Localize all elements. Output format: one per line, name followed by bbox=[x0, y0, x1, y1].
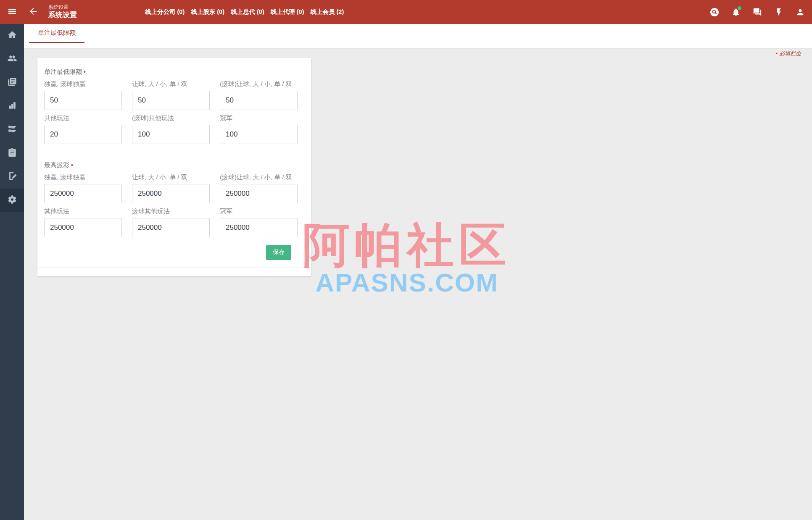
task-list-icon bbox=[8, 124, 17, 135]
sidebar bbox=[0, 24, 24, 520]
min-other-input[interactable] bbox=[44, 125, 122, 144]
users-icon bbox=[8, 54, 17, 65]
field-other-plays: 其他玩法 bbox=[44, 114, 122, 144]
watermark-chinese-text: 阿帕社区 bbox=[303, 222, 511, 269]
required-fields-note: •必填栏位 bbox=[775, 50, 801, 58]
documents-icon bbox=[8, 77, 17, 88]
bar-chart-icon bbox=[8, 101, 17, 112]
header-nav: 线上分公司 (0) 线上股东 (0) 线上总代 (0) 线上代理 (0) 线上会… bbox=[145, 0, 344, 24]
limits-form-card: 单注最低限额• 独赢, 滚球独赢 让球, 大 / 小, 单 / 双 (滚球)让球… bbox=[37, 58, 311, 276]
section-title-max-payout: 最高派彩• bbox=[44, 161, 304, 169]
header-icon-group bbox=[709, 0, 805, 24]
page-title: 系统设置 bbox=[48, 11, 77, 19]
field-live-other-plays: (滚球)其他玩法 bbox=[132, 114, 210, 144]
field-handicap-ou-oe: 让球, 大 / 小, 单 / 双 bbox=[132, 173, 210, 203]
sidebar-item-users[interactable] bbox=[0, 47, 24, 71]
search-icon[interactable] bbox=[709, 7, 720, 17]
min-live-other-input[interactable] bbox=[132, 125, 210, 144]
sidebar-item-file-edit[interactable] bbox=[0, 165, 24, 189]
hamburger-icon bbox=[7, 6, 17, 18]
back-button[interactable] bbox=[24, 0, 42, 24]
header-titles: 系统设置 系统设置 bbox=[48, 4, 77, 19]
notification-dot bbox=[738, 6, 741, 10]
field-label: 其他玩法 bbox=[44, 207, 122, 215]
sidebar-item-clipboard[interactable] bbox=[0, 142, 24, 165]
field-label: (滚球)其他玩法 bbox=[132, 114, 210, 122]
required-dot: • bbox=[775, 50, 778, 57]
field-live-handicap-ou-oe: (滚球)让球, 大 / 小, 单 / 双 bbox=[220, 173, 298, 203]
field-live-handicap-ou-oe: (滚球)让球, 大 / 小, 单 / 双 bbox=[220, 80, 298, 110]
field-label: 独赢, 滚球独赢 bbox=[44, 80, 122, 88]
field-live-other-plays: 滚球其他玩法 bbox=[132, 207, 210, 237]
section-title-text: 单注最低限额 bbox=[44, 68, 82, 75]
field-label: 让球, 大 / 小, 单 / 双 bbox=[132, 80, 210, 88]
min-bet-grid: 独赢, 滚球独赢 让球, 大 / 小, 单 / 双 (滚球)让球, 大 / 小,… bbox=[44, 80, 304, 144]
clipboard-icon bbox=[8, 148, 17, 159]
sidebar-item-documents[interactable] bbox=[0, 71, 24, 95]
button-row: 保存 bbox=[44, 245, 298, 260]
field-win-live-win: 独赢, 滚球独赢 bbox=[44, 80, 122, 110]
save-button[interactable]: 保存 bbox=[266, 245, 291, 260]
nav-online-shareholder[interactable]: 线上股东 (0) bbox=[191, 8, 224, 16]
max-live-other-input[interactable] bbox=[132, 218, 210, 237]
watermark: 阿帕社区 APASNS.COM bbox=[303, 222, 511, 296]
quick-actions-bolt-icon[interactable] bbox=[774, 7, 784, 17]
max-win-input[interactable] bbox=[44, 184, 122, 203]
max-handicap-input[interactable] bbox=[132, 184, 210, 203]
nav-online-agent[interactable]: 线上代理 (0) bbox=[271, 8, 304, 16]
required-dot: • bbox=[71, 162, 73, 168]
field-label: (滚球)让球, 大 / 小, 单 / 双 bbox=[220, 80, 298, 88]
section-title-min-bet: 单注最低限额• bbox=[44, 68, 304, 76]
user-icon[interactable] bbox=[795, 7, 805, 17]
sidebar-item-settings[interactable] bbox=[0, 189, 24, 212]
sidebar-item-home[interactable] bbox=[0, 24, 24, 47]
max-live-handicap-input[interactable] bbox=[220, 184, 298, 203]
tab-min-bet-limit[interactable]: 单注最低限额 bbox=[29, 24, 84, 43]
section-divider bbox=[37, 151, 311, 151]
min-champion-input[interactable] bbox=[220, 125, 298, 144]
tab-label: 单注最低限额 bbox=[38, 29, 76, 37]
home-icon bbox=[8, 30, 17, 41]
field-label: 冠军 bbox=[220, 207, 298, 215]
sidebar-item-task-list[interactable] bbox=[0, 118, 24, 142]
min-win-input[interactable] bbox=[44, 91, 122, 110]
field-label: 独赢, 滚球独赢 bbox=[44, 173, 122, 181]
max-champion-input[interactable] bbox=[220, 218, 298, 237]
field-other-plays: 其他玩法 bbox=[44, 207, 122, 237]
nav-online-member[interactable]: 线上会员 (2) bbox=[311, 8, 344, 16]
field-label: 冠军 bbox=[220, 114, 298, 122]
required-note-label: 必填栏位 bbox=[779, 50, 801, 57]
section-title-text: 最高派彩 bbox=[44, 161, 69, 168]
min-handicap-input[interactable] bbox=[132, 91, 210, 110]
max-payout-grid: 独赢, 滚球独赢 让球, 大 / 小, 单 / 双 (滚球)让球, 大 / 小,… bbox=[44, 173, 304, 237]
arrow-left-icon bbox=[28, 6, 38, 18]
nav-online-master-agent[interactable]: 线上总代 (0) bbox=[231, 8, 264, 16]
max-other-input[interactable] bbox=[44, 218, 122, 237]
field-label: 让球, 大 / 小, 单 / 双 bbox=[132, 173, 210, 181]
sidebar-item-reports[interactable] bbox=[0, 95, 24, 118]
field-champion: 冠军 bbox=[220, 207, 298, 237]
nav-online-branch[interactable]: 线上分公司 (0) bbox=[145, 8, 185, 16]
sidebar-toggle-button[interactable] bbox=[0, 0, 24, 24]
breadcrumb: 系统设置 bbox=[48, 4, 77, 11]
tab-bar: 单注最低限额 bbox=[24, 24, 812, 48]
notifications-bell-icon[interactable] bbox=[731, 7, 741, 17]
field-handicap-ou-oe: 让球, 大 / 小, 单 / 双 bbox=[132, 80, 210, 110]
min-live-handicap-input[interactable] bbox=[220, 91, 298, 110]
field-champion: 冠军 bbox=[220, 114, 298, 144]
app-header: 系统设置 系统设置 线上分公司 (0) 线上股东 (0) 线上总代 (0) 线上… bbox=[0, 0, 812, 24]
required-dot: • bbox=[84, 68, 86, 75]
file-edit-icon bbox=[8, 171, 17, 182]
watermark-domain-text: APASNS.COM bbox=[303, 270, 511, 296]
field-label: (滚球)让球, 大 / 小, 单 / 双 bbox=[220, 173, 298, 181]
field-label: 其他玩法 bbox=[44, 114, 122, 122]
messages-icon[interactable] bbox=[752, 7, 762, 17]
field-label: 滚球其他玩法 bbox=[132, 207, 210, 215]
settings-gear-icon bbox=[8, 195, 17, 206]
field-win-live-win: 独赢, 滚球独赢 bbox=[44, 173, 122, 203]
card-footer-divider bbox=[37, 268, 311, 268]
